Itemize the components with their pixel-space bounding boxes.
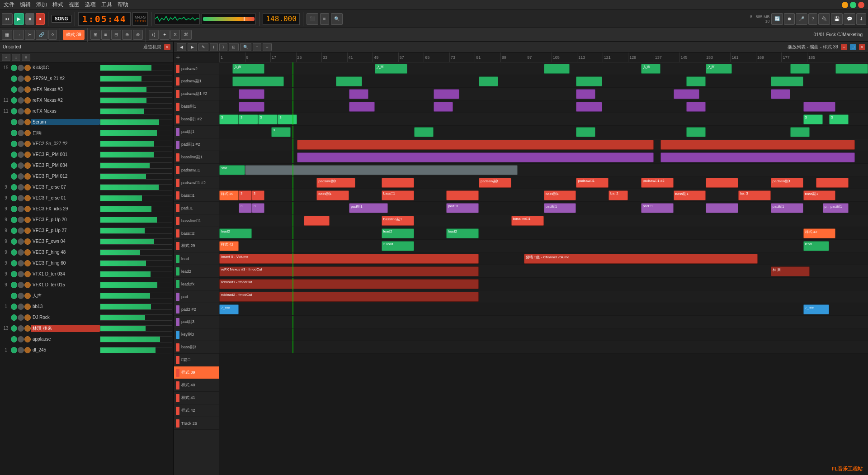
mute-btn-7[interactable] [11,141,17,147]
mix4[interactable]: ⌘ [181,30,192,40]
instrument-row-2[interactable]: padsaw副1 #2 [174,88,219,100]
param-btn-9[interactable] [24,162,31,169]
mute-btn-4[interactable] [11,108,17,114]
instrument-row-18[interactable]: pad [174,290,219,303]
mixer-row-9[interactable]: VEC3 Fi_PM 034 [0,160,173,171]
fader-21[interactable] [100,293,172,299]
fader-9[interactable] [100,162,172,169]
playlist-maximize[interactable]: □ [850,44,856,50]
snap5[interactable]: ⊗ [133,30,143,40]
grid-btn[interactable]: ≡ [320,13,329,25]
instrument-row-15[interactable]: lead [174,252,219,265]
track-row-14[interactable]: 样式 423 leadlead [219,240,868,252]
pattern-block[interactable]: pad副1 [349,203,388,213]
mixer-row-21[interactable]: 人声 [0,290,173,301]
pattern-block[interactable] [660,140,855,150]
mute-btn-8[interactable] [11,152,17,158]
pattern-block[interactable]: 样式 39 [219,190,239,200]
mixer-row-19[interactable]: 9 VFX1 D_ter 034 [0,269,173,280]
instrument-row-22[interactable]: bass副3 [174,341,219,354]
solo-btn-7[interactable] [18,141,24,147]
snap4[interactable]: ⊕ [122,30,132,40]
pl-btn4[interactable]: ⟨ [210,43,218,51]
pattern-block[interactable]: 3 lead [382,241,414,251]
playlist-close[interactable]: − [841,44,847,50]
pattern-block[interactable]: lead [803,241,829,251]
track-row-15[interactable]: Insert 5 - Volume猪喵 □坐 - Channel volume [219,252,868,265]
song-mode-btn[interactable]: SONG [52,15,71,23]
track-row-3[interactable] [219,100,868,113]
mixer-row-7[interactable]: VEC2 Sn_027 #2 [0,138,173,149]
pattern-block[interactable]: 3 [239,203,252,213]
instrument-row-26[interactable]: 样式 41 [174,392,219,404]
track-row-21[interactable] [219,328,868,341]
menu-item-tools[interactable]: 工具 [101,1,112,9]
mute-btn-14[interactable] [11,217,17,223]
solo-btn-13[interactable] [18,206,24,212]
pattern-block[interactable] [349,102,375,112]
mixer-row-4[interactable]: 11 reFX Nexus [0,106,173,117]
solo-btn-16[interactable] [18,238,24,245]
param-btn-14[interactable] [24,217,31,223]
pattern-block[interactable] [382,178,414,188]
menu-item-options[interactable]: 选项 [85,1,96,9]
pattern-block[interactable]: padsaw□1 [576,178,609,188]
solo-btn-17[interactable] [18,249,24,256]
pattern-block[interactable]: star [219,165,245,175]
pattern-block[interactable]: padsaw□1 #2 [641,178,674,188]
instrument-row-17[interactable]: lead2fx [174,278,219,290]
fader-5[interactable] [100,119,172,125]
mixer-row-18[interactable]: 9 VEC3 F_hing 60 [0,258,173,269]
mute-btn-6[interactable] [11,130,17,136]
menu-item-help[interactable]: 帮助 [118,1,128,9]
track-row-13[interactable]: lead2lead2lead2样式 42 [219,227,868,240]
param-btn-0[interactable] [24,65,31,71]
track-row-4[interactable]: 333333 [219,113,868,126]
fader-15[interactable] [100,228,172,234]
pattern-block[interactable]: 3 [829,114,849,124]
mute-btn-15[interactable] [11,228,17,234]
pattern-block[interactable]: 猪喵 □坐 - Channel volume [524,254,758,264]
pattern-block[interactable] [660,152,855,162]
mixer-row-8[interactable]: VEC3 Fi_PM 001 [0,149,173,160]
track-row-6[interactable] [219,138,868,151]
pattern-block[interactable]: roblead2 - fmodCut [219,292,479,302]
mute-btn-0[interactable] [11,65,17,71]
instrument-row-6[interactable]: pad副1 #2 [174,138,219,151]
track-row-12[interactable]: bassline副1bassline□1 [219,214,868,227]
mixer-row-20[interactable]: 9 VFX1 D_ter 015 [0,280,173,290]
track-row-0[interactable]: 入声入声入声入声 [219,62,868,75]
pattern-block[interactable] [790,127,810,137]
pl-btn6[interactable]: ⊡ [229,43,239,51]
fader-2[interactable] [100,86,172,93]
snap2[interactable]: ≡ [101,30,110,40]
pattern-block[interactable] [434,89,459,99]
mute-btn-10[interactable] [11,173,17,180]
pattern-block[interactable]: bass□1 [382,190,414,200]
solo-btn-25[interactable] [18,336,24,342]
instrument-row-23[interactable]: □篇□ [174,354,219,366]
pattern-block[interactable] [414,127,434,137]
menu-item-add[interactable]: 添加 [36,1,47,9]
track-row-20[interactable] [219,316,868,328]
pattern-block[interactable] [686,127,706,137]
snap1[interactable]: ⊞ [90,30,100,40]
solo-btn-21[interactable] [18,293,24,299]
pattern-block[interactable]: 入声 [706,64,731,74]
mixer-row-16[interactable]: 9 VEC3 F_own 04 [0,236,173,247]
param-btn-5[interactable] [24,119,31,125]
plugin-btn[interactable]: 🔌 [818,13,830,25]
download-btn[interactable]: ⬇ [856,13,866,25]
pattern-block[interactable] [576,76,602,86]
param-btn-26[interactable] [24,347,31,353]
mixer-row-2[interactable]: reFX Nexus #3 [0,84,173,95]
param-btn-18[interactable] [24,260,31,266]
pattern-block[interactable] [706,178,738,188]
mixer-row-17[interactable]: 9 VEC3 F_hing 48 [0,247,173,258]
pattern-block[interactable]: 3 [219,114,239,124]
mixer-row-26[interactable]: 1 dl_245 [0,345,173,356]
pattern-block[interactable] [304,216,330,226]
mixer-row-12[interactable]: 9 VEC3 F_erse 01 [0,193,173,204]
mixer-close[interactable]: × [164,44,170,50]
pattern-block[interactable]: 入声 [375,64,407,74]
